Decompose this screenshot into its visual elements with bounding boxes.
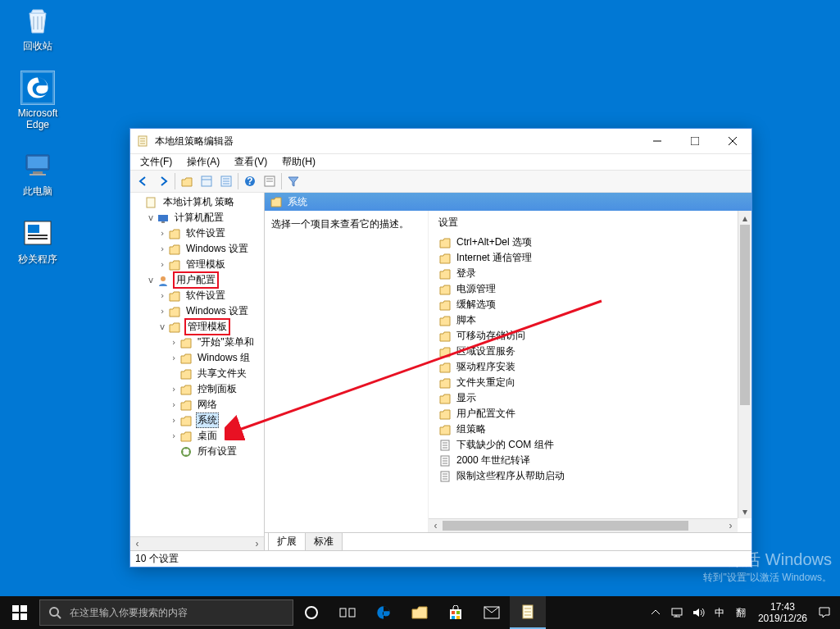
taskbar-gpedit[interactable] bbox=[510, 596, 546, 629]
tree-scrollbar-horizontal[interactable]: ‹› bbox=[130, 536, 264, 550]
titlebar[interactable]: 本地组策略编辑器 bbox=[130, 129, 751, 153]
settings-item[interactable]: 2000 年世纪转译 bbox=[432, 453, 751, 468]
tree-root[interactable]: 本地计算机 策略 bbox=[130, 194, 264, 210]
settings-item[interactable]: 可移动存储访问 bbox=[432, 328, 751, 344]
svg-point-29 bbox=[50, 608, 58, 616]
svg-rect-7 bbox=[28, 235, 48, 236]
start-button[interactable] bbox=[0, 596, 39, 629]
svg-rect-16 bbox=[147, 198, 155, 207]
settings-item-label: Ctrl+Alt+Del 选项 bbox=[456, 235, 532, 249]
tree-item[interactable]: ›控制面板 bbox=[130, 381, 264, 397]
taskbar-edge[interactable] bbox=[366, 596, 402, 629]
settings-item[interactable]: Internet 通信管理 bbox=[432, 250, 751, 266]
tree-item[interactable]: ›软件设置 bbox=[130, 226, 264, 241]
tree-admin-templates[interactable]: v管理模板 bbox=[130, 319, 264, 335]
back-button[interactable] bbox=[134, 171, 153, 191]
policy-tree[interactable]: 本地计算机 策略 v计算机配置 ›软件设置 ›Windows 设置 ›管理模板 … bbox=[130, 193, 264, 536]
scrollbar-horizontal[interactable]: ‹› bbox=[429, 518, 738, 532]
taskbar-explorer[interactable] bbox=[402, 596, 438, 629]
svg-rect-17 bbox=[158, 215, 168, 221]
settings-item[interactable]: 驱动程序安装 bbox=[432, 359, 751, 375]
tray-overflow-button[interactable] bbox=[645, 608, 666, 617]
settings-list[interactable]: Ctrl+Alt+Del 选项Internet 通信管理登录电源管理缓解选项脚本… bbox=[432, 235, 751, 484]
network-icon[interactable] bbox=[666, 607, 688, 618]
toolbar-button[interactable] bbox=[216, 171, 236, 191]
help-button[interactable]: ? bbox=[240, 171, 260, 191]
settings-item[interactable]: 限制这些程序从帮助启动 bbox=[432, 468, 751, 484]
settings-item[interactable]: 文件夹重定向 bbox=[432, 375, 751, 390]
settings-item-label: 缓解选项 bbox=[456, 298, 496, 312]
svg-rect-36 bbox=[452, 616, 455, 619]
menu-action[interactable]: 操作(A) bbox=[182, 153, 225, 171]
maximize-button[interactable] bbox=[676, 129, 714, 153]
task-view-button[interactable] bbox=[329, 596, 366, 629]
desktop-icon-label: 秒关程序 bbox=[18, 253, 57, 267]
svg-rect-28 bbox=[20, 613, 27, 620]
content-panel: 系统 选择一个项目来查看它的描述。 设置 Ctrl+Alt+Del 选项Inte… bbox=[265, 193, 751, 550]
tree-item[interactable]: ›Windows 设置 bbox=[130, 303, 264, 319]
menu-view[interactable]: 查看(V) bbox=[229, 153, 272, 171]
tree-item[interactable]: ›管理模板 bbox=[130, 257, 264, 272]
settings-item-label: 组策略 bbox=[456, 422, 486, 436]
scrollbar-vertical[interactable]: ▴▾ bbox=[738, 211, 751, 518]
action-center-icon[interactable] bbox=[814, 606, 835, 619]
ime-mode[interactable]: 翻 bbox=[730, 606, 751, 620]
taskbar-clock[interactable]: 17:43 2019/12/26 bbox=[751, 601, 814, 624]
folder-icon bbox=[438, 423, 452, 436]
settings-item[interactable]: 区域设置服务 bbox=[432, 344, 751, 359]
shutdown-app-icon bbox=[21, 217, 54, 249]
setting-icon bbox=[438, 454, 452, 467]
svg-rect-18 bbox=[161, 221, 165, 223]
desktop-icon-label: 此电脑 bbox=[23, 185, 52, 198]
toolbar-button[interactable] bbox=[197, 171, 216, 191]
ime-lang[interactable]: 中 bbox=[709, 606, 730, 620]
settings-item[interactable]: 组策略 bbox=[432, 422, 751, 437]
settings-item[interactable]: 用户配置文件 bbox=[432, 406, 751, 422]
search-placeholder: 在这里输入你要搜索的内容 bbox=[70, 606, 188, 620]
settings-item[interactable]: 脚本 bbox=[432, 312, 751, 328]
tree-item-system[interactable]: ›系统 bbox=[130, 412, 264, 428]
settings-item[interactable]: 登录 bbox=[432, 266, 751, 281]
desktop-this-pc[interactable]: 此电脑 bbox=[7, 148, 69, 198]
menu-file[interactable]: 文件(F) bbox=[135, 153, 177, 171]
settings-item[interactable]: 电源管理 bbox=[432, 281, 751, 297]
filter-button[interactable] bbox=[284, 171, 303, 191]
cortana-button[interactable] bbox=[293, 596, 329, 629]
forward-button[interactable] bbox=[153, 171, 173, 191]
volume-icon[interactable] bbox=[688, 607, 709, 618]
taskbar-mail[interactable] bbox=[474, 596, 510, 629]
settings-item[interactable]: 缓解选项 bbox=[432, 297, 751, 312]
tree-user-config[interactable]: v用户配置 bbox=[130, 272, 264, 288]
settings-item[interactable]: Ctrl+Alt+Del 选项 bbox=[432, 235, 751, 250]
taskbar-store[interactable] bbox=[438, 596, 474, 629]
settings-item[interactable]: 显示 bbox=[432, 390, 751, 406]
tree-item-all-settings[interactable]: 所有设置 bbox=[130, 444, 264, 459]
tree-item[interactable]: ›Windows 组 bbox=[130, 350, 264, 366]
tree-item[interactable]: ›桌面 bbox=[130, 428, 264, 444]
close-button[interactable] bbox=[714, 129, 751, 153]
settings-item[interactable]: 下载缺少的 COM 组件 bbox=[432, 437, 751, 453]
tree-item[interactable]: ›网络 bbox=[130, 397, 264, 412]
desktop-recycle-bin[interactable]: 回收站 bbox=[7, 3, 69, 53]
svg-rect-3 bbox=[33, 171, 43, 174]
recycle-bin-icon bbox=[21, 3, 54, 36]
menu-help[interactable]: 帮助(H) bbox=[277, 153, 320, 171]
up-folder-button[interactable] bbox=[177, 171, 197, 191]
tab-extended[interactable]: 扩展 bbox=[268, 533, 306, 551]
folder-icon bbox=[438, 376, 452, 390]
svg-point-19 bbox=[161, 276, 166, 281]
tree-item[interactable]: ›"开始"菜单和 bbox=[130, 335, 264, 350]
minimize-button[interactable] bbox=[638, 129, 676, 153]
tree-item[interactable]: ›软件设置 bbox=[130, 288, 264, 303]
svg-point-30 bbox=[306, 607, 317, 618]
tab-standard[interactable]: 标准 bbox=[305, 533, 343, 551]
taskbar-search[interactable]: 在这里输入你要搜索的内容 bbox=[39, 599, 293, 626]
settings-item-label: 区域设置服务 bbox=[456, 344, 515, 358]
toolbar-button[interactable] bbox=[260, 171, 279, 191]
taskbar: 在这里输入你要搜索的内容 中 翻 17:43 2019/12/26 bbox=[0, 596, 840, 629]
desktop-microsoft-edge[interactable]: Microsoft Edge bbox=[7, 71, 69, 130]
desktop-shutdown-app[interactable]: 秒关程序 bbox=[7, 217, 69, 267]
tree-computer-config[interactable]: v计算机配置 bbox=[130, 210, 264, 226]
tree-item[interactable]: 共享文件夹 bbox=[130, 366, 264, 381]
tree-item[interactable]: ›Windows 设置 bbox=[130, 241, 264, 257]
